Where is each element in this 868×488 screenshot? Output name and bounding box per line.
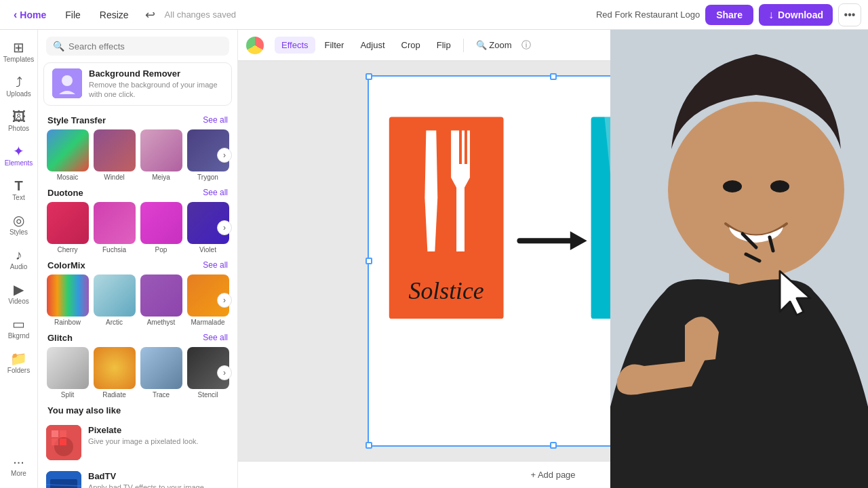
fullscreen-button[interactable]: ⤢ [819,470,827,481]
info-icon[interactable]: ⓘ [521,39,531,52]
more-icon: ••• [844,9,856,21]
canvas-content[interactable]: ⛶ ⎘ ⋮ ↻ [238,61,868,461]
colormix-grid: Rainbow Arctic Amethyst Marmalade › [38,274,237,326]
effects-toolbar-button[interactable]: Effects [275,37,315,54]
glitch-see-all[interactable]: See all [203,333,228,342]
suggestion-item-pixelate[interactable]: Pixelate Give your image a pixelated loo… [38,420,237,466]
glitch-title: Glitch [47,333,73,343]
sidebar-item-elements[interactable]: ✦ Elements [2,139,36,172]
colormix-item-rainbow[interactable]: Rainbow [46,274,89,326]
templates-icon: ⊞ [13,41,24,54]
resize-button[interactable]: Resize [93,7,136,23]
crop-toolbar-button[interactable]: Crop [395,37,427,54]
glitch-item-trace[interactable]: Trace [140,347,182,399]
duotone-next-arrow[interactable]: › [217,220,232,235]
elements-icon: ✦ [13,144,24,158]
sidebar-item-more[interactable]: ··· More [2,449,36,483]
colormix-thumb-amethyst [140,274,182,317]
duotone-see-all[interactable]: See all [203,188,228,197]
glitch-item-split[interactable]: Split [46,347,89,399]
canvas-area: Effects Filter Adjust Crop Flip 🔍 Zoom ⓘ… [238,30,868,488]
glitch-thumb-split [47,347,89,389]
style-item-mosaic[interactable]: Mosaic [46,129,89,181]
suggestion-desc-pixelate: Give your image a pixelated look. [88,436,199,446]
sidebar-item-uploads[interactable]: ⤴ Uploads [2,70,36,103]
colormix-title: ColorMix [47,260,85,270]
colormix-see-all[interactable]: See all [203,260,228,270]
handle-middle-left[interactable] [366,258,372,264]
style-transfer-see-all[interactable]: See all [203,115,228,125]
search-input[interactable] [68,41,222,52]
trash-button[interactable]: 🗑 [840,35,860,56]
svg-marker-21 [570,231,587,250]
left-sidebar: ⊞ Templates ⤴ Uploads 🖼 Photos ✦ Element… [0,30,38,488]
glitch-next-arrow[interactable]: › [217,365,232,380]
background-icon: ▭ [12,317,25,331]
style-item-meiya[interactable]: Meiya [140,129,182,181]
share-button[interactable]: Share [705,5,753,25]
search-input-wrap[interactable]: 🔍 [46,37,229,56]
search-icon: 🔍 [53,41,64,52]
glitch-item-radiate[interactable]: Radiate [93,347,136,399]
sidebar-item-styles[interactable]: ◎ Styles [2,208,36,241]
svg-text:Solstice: Solstice [408,277,484,304]
handle-top-left[interactable] [366,73,372,80]
background-remover-thumb [52,68,82,98]
background-remover-item[interactable]: Background Remover Remove the background… [43,62,232,106]
home-label: Home [20,9,46,20]
search-bar: 🔍 [38,30,237,62]
svg-rect-9 [50,479,77,488]
handle-top-right[interactable] [734,73,741,80]
handle-bottom-middle[interactable] [550,442,557,449]
top-navigation: ‹ Home File Resize ↩ All changes saved R… [0,0,868,30]
adjust-toolbar-button[interactable]: Adjust [353,37,391,54]
file-button[interactable]: File [58,7,87,23]
undo-button[interactable]: ↩ [141,5,159,25]
sidebar-item-text[interactable]: T Text [2,174,36,207]
handle-bottom-left[interactable] [366,442,372,449]
add-page-button[interactable]: + Add page [530,470,575,480]
folders-icon: 📁 [10,352,27,365]
colormix-next-arrow[interactable]: › [217,293,232,308]
canvas-icon-expand[interactable]: ⛶ [681,61,698,73]
duotone-item-cherry[interactable]: Cherry [46,202,89,253]
style-item-windel[interactable]: Windel [93,129,136,181]
home-button[interactable]: ‹ Home [7,6,53,24]
chevron-left-icon: ‹ [14,9,17,21]
selection-grid-button[interactable]: ⊞ [815,35,835,56]
colormix-item-amethyst[interactable]: Amethyst [140,274,182,326]
duotone-item-pop[interactable]: Pop [140,202,182,253]
suggestion-thumb-badtv [46,471,81,488]
style-transfer-title: Style Transfer [47,115,106,125]
suggestion-title-badtv: BadTV [88,471,206,481]
glitch-grid: Split Radiate Trace Stencil › [38,347,237,399]
sidebar-item-audio[interactable]: ♪ Audio [2,243,36,276]
videos-icon: ▶ [14,283,24,296]
suggestion-item-badtv[interactable]: BadTV Apply bad TV effects to your image… [38,466,237,488]
sidebar-item-videos[interactable]: ▶ Videos [2,277,36,310]
zoom-toolbar-button[interactable]: 🔍 Zoom [469,37,519,54]
sidebar-item-background[interactable]: ▭ Bkgrnd [2,312,36,345]
canvas-bottom-bar: + Add page 165% ⤢ [238,461,868,488]
glitch-thumb-radiate [94,347,136,389]
handle-top-middle[interactable] [550,73,557,80]
sidebar-item-folders[interactable]: 📁 Folders [2,346,36,380]
more-options-button[interactable]: ••• [838,3,861,26]
colormix-thumb-rainbow [47,274,89,317]
zoom-control: 165% ⤢ [791,466,857,485]
canvas-icon-copy[interactable]: ⎘ [701,61,719,73]
duotone-item-fuchsia[interactable]: Fuchsia [93,202,136,253]
sidebar-item-photos[interactable]: 🖼 Photos [2,104,36,138]
duotone-header: Duotone See all [38,181,237,202]
sidebar-item-templates[interactable]: ⊞ Templates [2,35,36,68]
color-mixer-icon[interactable] [246,37,264,54]
download-button[interactable]: ↓ Download [759,4,833,26]
filter-toolbar-button[interactable]: Filter [318,37,351,54]
canvas-frame[interactable]: ⛶ ⎘ ⋮ ↻ [368,75,739,447]
flip-toolbar-button[interactable]: Flip [430,37,458,54]
colormix-item-arctic[interactable]: Arctic [93,274,136,326]
handle-bottom-right[interactable] [734,442,741,449]
style-transfer-next-arrow[interactable]: › [217,148,232,163]
user-avatar [838,466,857,485]
handle-middle-right[interactable] [734,258,741,264]
